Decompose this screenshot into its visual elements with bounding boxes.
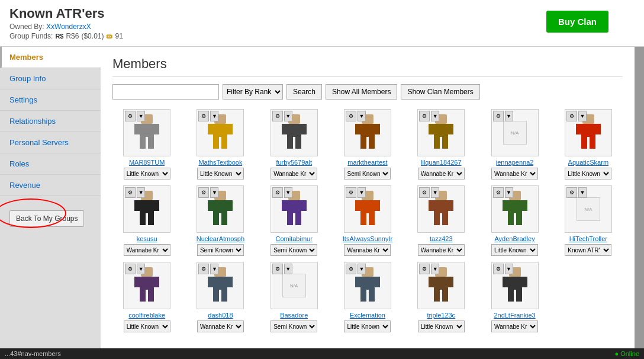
rank-arrow-button[interactable]: ▼ [505,187,513,198]
member-name[interactable]: coolfireblake [128,312,165,319]
scrollbar[interactable] [635,47,644,348]
back-to-groups-button[interactable]: Back To My Groups [9,210,84,227]
gear-button[interactable]: ⚙ [346,187,356,198]
gear-button[interactable]: ⚙ [419,187,430,198]
rank-select[interactable]: Little KnownWannabe KrSemi KnownKnown AT… [418,244,465,256]
rank-arrow-button[interactable]: ▼ [210,187,218,198]
rank-select[interactable]: Little KnownWannabe KrSemi KnownKnown AT… [565,168,611,180]
member-name[interactable]: HiTechTroller [569,235,607,242]
rank-select[interactable]: Little KnownWannabe KrSemi KnownKnown AT… [271,244,317,256]
rank-select[interactable]: Little KnownWannabe KrSemi KnownKnown AT… [271,320,317,332]
rank-arrow-button[interactable]: ▼ [284,264,292,274]
member-name[interactable]: marktheartest [347,159,387,166]
gear-button[interactable]: ⚙ [493,264,504,274]
rank-arrow-button[interactable]: ▼ [358,187,366,198]
member-name[interactable]: ItsAlwaysSunnyIr [343,235,392,242]
rank-select[interactable]: Little KnownWannabe KrSemi KnownKnown AT… [124,168,170,180]
gear-button[interactable]: ⚙ [346,264,356,274]
rank-select[interactable]: Little KnownWannabe KrSemi KnownKnown AT… [344,244,391,256]
member-name[interactable]: MAR89TUM [129,159,165,166]
gear-button[interactable]: ⚙ [419,264,430,274]
gear-button[interactable]: ⚙ [566,187,577,198]
rank-select[interactable]: Little KnownWannabe KrSemi KnownKnown AT… [271,168,317,180]
member-name[interactable]: Basadore [280,312,308,319]
gear-button[interactable]: ⚙ [272,111,283,121]
search-input[interactable] [112,84,219,100]
sidebar-item-roles[interactable]: Roles [0,153,101,175]
filter-rank-select[interactable]: Filter By Rank Little Known Wannabe Kr S… [223,84,283,100]
rank-select[interactable]: Little KnownWannabe KrSemi KnownKnown AT… [124,320,170,332]
rank-arrow-button[interactable]: ▼ [505,111,513,121]
gear-button[interactable]: ⚙ [198,264,209,274]
rank-arrow-button[interactable]: ▼ [210,111,218,121]
rank-arrow-button[interactable]: ▼ [284,111,292,121]
member-name[interactable]: jennapenna2 [496,159,534,166]
member-name[interactable]: MathsTextbook [198,159,242,166]
sidebar-item-relationships[interactable]: Relationships [0,111,101,132]
gear-button[interactable]: ⚙ [272,264,283,274]
rank-arrow-button[interactable]: ▼ [358,264,366,274]
rank-arrow-button[interactable]: ▼ [284,187,292,198]
svg-rect-25 [434,124,448,137]
member-name[interactable]: lilquan184267 [421,159,462,166]
gear-button[interactable]: ⚙ [566,111,577,121]
member-name[interactable]: AydenBradley [494,235,534,242]
rank-arrow-button[interactable]: ▼ [137,264,145,274]
rank-select[interactable]: Little KnownWannabe KrSemi KnownKnown AT… [124,244,170,256]
rank-select[interactable]: Little KnownWannabe KrSemi KnownKnown AT… [491,320,538,332]
gear-button[interactable]: ⚙ [419,111,430,121]
rank-select[interactable]: Little KnownWannabe KrSemi KnownKnown AT… [418,168,465,180]
buy-clan-button[interactable]: Buy Clan [546,11,608,33]
owner-link[interactable]: XxWonderzxX [46,23,91,31]
gear-button[interactable]: ⚙ [125,264,136,274]
rank-arrow-button[interactable]: ▼ [137,111,145,121]
show-clan-members-button[interactable]: Show Clan Members [401,84,479,100]
rank-arrow-button[interactable]: ▼ [358,111,366,121]
rank-select[interactable]: Little KnownWannabe KrSemi KnownKnown AT… [344,320,391,332]
rank-select[interactable]: Little KnownWannabe KrSemi KnownKnown AT… [565,244,611,256]
rank-select[interactable]: Little KnownWannabe KrSemi KnownKnown AT… [418,320,465,332]
member-name[interactable]: tazz423 [430,235,453,242]
member-name[interactable]: AquaticSkarm [568,159,608,166]
rank-arrow-button[interactable]: ▼ [431,187,439,198]
member-name[interactable]: NuclearAtmosph [197,235,244,242]
member-name[interactable]: Comitabimur [276,235,313,242]
gear-button[interactable]: ⚙ [125,187,136,198]
sidebar-item-members[interactable]: Members [0,47,101,68]
gear-button[interactable]: ⚙ [198,187,209,198]
rank-select[interactable]: Little KnownWannabe KrSemi KnownKnown AT… [491,244,538,256]
rank-arrow-button[interactable]: ▼ [578,111,587,121]
member-name[interactable]: kesusu [137,235,157,242]
show-all-members-button[interactable]: Show All Members [326,84,397,100]
member-name[interactable]: Exclemation [350,312,385,319]
svg-rect-34 [581,137,587,149]
gear-button[interactable]: ⚙ [272,187,283,198]
rank-select[interactable]: Little KnownWannabe KrSemi KnownKnown AT… [197,168,244,180]
group-title: Known ATR'ers [9,6,635,21]
sidebar-item-group-info[interactable]: Group Info [0,68,101,89]
sidebar-item-personal-servers[interactable]: Personal Servers [0,132,101,153]
rank-select[interactable]: Little KnownWannabe KrSemi KnownKnown AT… [491,168,538,180]
sidebar-item-revenue[interactable]: Revenue [0,175,101,196]
rank-arrow-button[interactable]: ▼ [137,187,145,198]
member-avatar-box: ⚙ ▼ [344,109,391,156]
gear-button[interactable]: ⚙ [493,111,504,121]
rank-arrow-button[interactable]: ▼ [578,187,587,198]
gear-button[interactable]: ⚙ [346,111,356,121]
member-name[interactable]: dash018 [208,312,233,319]
search-button[interactable]: Search [286,84,322,100]
rank-select[interactable]: Little KnownWannabe KrSemi KnownKnown AT… [344,168,391,180]
rank-arrow-button[interactable]: ▼ [505,264,513,274]
member-name[interactable]: triple123c [427,312,455,319]
rank-arrow-button[interactable]: ▼ [210,264,218,274]
rank-arrow-button[interactable]: ▼ [431,264,439,274]
member-name[interactable]: 2ndLtFrankie3 [494,312,535,319]
sidebar-item-settings[interactable]: Settings [0,89,101,111]
member-name[interactable]: furby5679alt [276,159,312,166]
gear-button[interactable]: ⚙ [125,111,136,121]
gear-button[interactable]: ⚙ [493,187,504,198]
rank-select[interactable]: Little KnownWannabe KrSemi KnownKnown AT… [197,244,244,256]
rank-arrow-button[interactable]: ▼ [431,111,439,121]
gear-button[interactable]: ⚙ [198,111,209,121]
rank-select[interactable]: Little KnownWannabe KrSemi KnownKnown AT… [197,320,244,332]
